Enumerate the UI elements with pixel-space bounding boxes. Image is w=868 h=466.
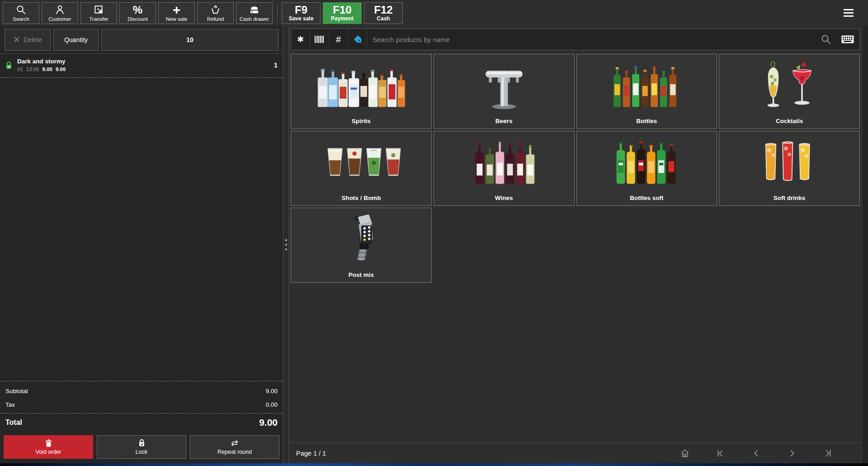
cash-drawer-button[interactable]: Cash drawer — [236, 2, 273, 24]
menu-icon[interactable] — [844, 9, 854, 17]
category-label: Post mix — [291, 271, 431, 278]
delete-button[interactable]: ✕ Delete — [5, 29, 51, 51]
totals-divider — [0, 413, 283, 414]
category-tile-post-mix[interactable]: Post mix — [291, 208, 432, 283]
transfer-icon — [94, 5, 104, 15]
search-button[interactable]: Search — [3, 2, 39, 24]
save-sale-key: F9 — [295, 5, 307, 15]
discount-button[interactable]: % Discount — [119, 2, 156, 24]
order-item-info: Dark and stormy #1 13:06 9.00 9.00 — [17, 58, 274, 72]
bottles-image — [577, 56, 717, 114]
item-meta: #1 13:06 9.00 9.00 — [17, 67, 274, 72]
customer-button-label: Customer — [49, 16, 71, 22]
close-icon: ✕ — [13, 35, 20, 45]
category-tile-beers[interactable]: Beers — [434, 54, 575, 129]
cash-drawer-button-label: Cash drawer — [240, 16, 269, 22]
tag-icon — [353, 35, 362, 44]
customer-icon — [55, 5, 65, 15]
home-icon[interactable] — [680, 448, 690, 458]
spirits-image — [291, 56, 431, 114]
pagination-bar: Page 1 / 1 — [289, 442, 862, 463]
cash-drawer-icon — [249, 5, 260, 15]
tax-label: Tax — [5, 401, 15, 408]
category-label: Soft drinks — [719, 195, 859, 201]
category-label: Beers — [434, 118, 574, 124]
product-search-bar: ✱ # — [291, 29, 860, 50]
tax-value: 0.00 — [266, 401, 278, 408]
repeat-icon — [230, 439, 239, 447]
discount-button-label: Discount — [127, 16, 148, 22]
trash-icon — [45, 439, 52, 447]
filter-all-button[interactable]: ✱ — [291, 29, 310, 50]
beers-image — [434, 56, 574, 114]
new-sale-button-label: New sale — [166, 16, 187, 22]
lock-button-label: Lock — [136, 449, 147, 455]
quantity-button[interactable]: Quantity — [53, 29, 99, 51]
asterisk-icon: ✱ — [297, 34, 304, 44]
padlock-icon — [138, 439, 145, 447]
category-tile-wines[interactable]: Wines — [434, 131, 575, 206]
delete-button-label: Delete — [24, 36, 42, 43]
last-page-icon[interactable] — [823, 448, 833, 458]
category-tile-shots[interactable]: Shots / Bomb — [291, 131, 432, 206]
shots-image — [291, 133, 431, 191]
cash-key: F12 — [374, 5, 392, 15]
pos-window: Search Customer Transfer % Discount + Ne… — [0, 0, 868, 466]
hash-icon: # — [336, 34, 341, 45]
filter-code-button[interactable]: # — [329, 29, 348, 50]
payment-key: F10 — [333, 5, 351, 15]
category-tile-bottles-soft[interactable]: Bottles soft — [576, 131, 717, 206]
quantity-button-label: Quantity — [64, 36, 88, 43]
category-tile-soft-drinks[interactable]: Soft drinks — [719, 131, 860, 206]
refund-button[interactable]: Refund — [197, 2, 234, 24]
post-mix-image — [291, 210, 431, 268]
filter-tag-button[interactable] — [348, 29, 367, 50]
subtotal-label: Subtotal — [5, 388, 28, 395]
repeat-round-label: Repeat round — [217, 449, 252, 455]
category-tile-bottles[interactable]: Bottles — [576, 54, 717, 129]
subtotal-value: 9.00 — [266, 388, 278, 395]
category-tile-spirits[interactable]: Spirits — [291, 54, 432, 129]
void-order-label: Void order — [36, 449, 61, 455]
payment-button[interactable]: F10 Payment — [323, 2, 362, 24]
category-label: Bottles — [577, 118, 717, 124]
item-name: Dark and stormy — [17, 58, 274, 65]
new-sale-button[interactable]: + New sale — [158, 2, 195, 24]
next-page-icon[interactable] — [787, 448, 797, 458]
filter-barcode-button[interactable] — [310, 29, 329, 50]
search-magnifier-icon[interactable] — [816, 34, 836, 45]
first-page-icon[interactable] — [716, 448, 726, 458]
total-label: Total — [5, 418, 22, 427]
refund-button-label: Refund — [207, 16, 224, 22]
panel-splitter-handle[interactable] — [283, 26, 289, 463]
category-label: Cocktails — [719, 118, 859, 124]
lock-check-icon — [5, 61, 12, 70]
search-icon — [16, 5, 26, 15]
repeat-round-button[interactable]: Repeat round — [190, 435, 279, 459]
product-grid: Spirits Beers — [289, 53, 862, 442]
cash-button[interactable]: F12 Cash — [364, 2, 403, 24]
category-label: Bottles soft — [577, 195, 717, 201]
quantity-value-display[interactable]: 10 — [101, 29, 278, 51]
transfer-button-label: Transfer — [89, 16, 108, 22]
void-order-button[interactable]: Void order — [4, 435, 93, 459]
item-quantity: 1 — [274, 61, 278, 69]
previous-page-icon[interactable] — [751, 448, 761, 458]
keyboard-icon[interactable] — [836, 35, 859, 43]
order-item-row[interactable]: Dark and stormy #1 13:06 9.00 9.00 1 — [0, 54, 283, 78]
order-actions: Void order Lock Repeat round — [0, 432, 283, 463]
order-toolbar: ✕ Delete Quantity 10 — [0, 26, 283, 54]
save-sale-button[interactable]: F9 Save sale — [282, 2, 321, 24]
quantity-value: 10 — [186, 36, 193, 43]
customer-button[interactable]: Customer — [42, 2, 78, 24]
category-tile-cocktails[interactable]: Cocktails — [719, 54, 860, 129]
lock-button[interactable]: Lock — [97, 435, 186, 459]
soft-drinks-image — [719, 133, 859, 191]
order-item-list: Dark and stormy #1 13:06 9.00 9.00 1 — [0, 54, 283, 381]
bottles-soft-image — [577, 133, 717, 191]
discount-icon: % — [133, 5, 142, 15]
save-sale-label: Save sale — [289, 15, 314, 22]
search-input[interactable] — [367, 29, 816, 50]
transfer-button[interactable]: Transfer — [80, 2, 117, 24]
item-unit-price: 9.00 — [42, 67, 52, 72]
